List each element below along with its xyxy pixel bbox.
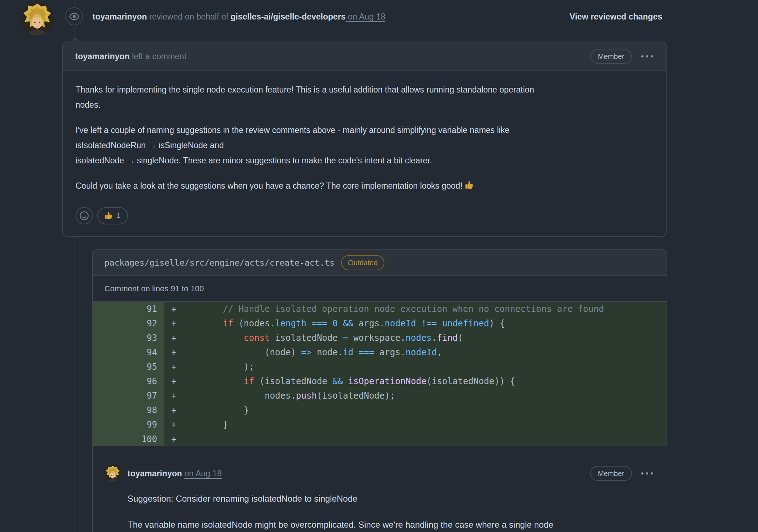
reviewer-name[interactable]: toyamarinyon xyxy=(92,12,147,22)
diff-addition-sign: + xyxy=(171,345,202,360)
diff-line-number[interactable]: 99 xyxy=(93,417,164,432)
diff-line-number[interactable]: 96 xyxy=(93,374,164,389)
member-badge: Member xyxy=(590,466,632,481)
thread-comment: toyamarinyon on Aug 18 Member Suggestion… xyxy=(93,446,667,532)
view-reviewed-changes-link[interactable]: View reviewed changes xyxy=(569,0,662,33)
diff-row: 97+ nodes.push(isolatedNode); xyxy=(93,389,667,403)
outdated-badge: Outdated xyxy=(341,255,384,270)
diff-line-number[interactable]: 92 xyxy=(93,316,164,331)
comment-action-text: left a comment xyxy=(130,52,186,61)
diff-line-number[interactable]: 98 xyxy=(93,403,164,417)
thumbs-up-emoji xyxy=(465,180,474,189)
review-event-badge xyxy=(65,7,83,25)
review-comment-card: toyamarinyon left a comment Member Thank… xyxy=(62,42,667,237)
comment-author[interactable]: toyamarinyon xyxy=(75,52,130,61)
diff-code-line: + } xyxy=(164,417,667,432)
diff-code-line: + (node) => node.id === args.nodeId, xyxy=(164,345,667,360)
diff-line-number[interactable]: 97 xyxy=(93,389,164,403)
diff-addition-sign: + xyxy=(171,360,202,374)
diff-addition-sign: + xyxy=(171,389,202,403)
reactions-row: 1 xyxy=(76,207,638,224)
diff-row: 99+ } xyxy=(93,417,667,432)
smiley-icon xyxy=(79,211,89,221)
diff-line-number[interactable]: 95 xyxy=(93,360,164,374)
commenter-name[interactable]: toyamarinyon xyxy=(128,469,182,479)
diff-code-line: + if (nodes.length === 0 && args.nodeId … xyxy=(164,316,667,331)
thumbs-up-reaction-button[interactable]: 1 xyxy=(97,207,128,224)
avatar-illustration xyxy=(21,2,54,35)
diff-row: 96+ if (isolatedNode && isOperationNode(… xyxy=(93,374,667,389)
kebab-menu-button[interactable] xyxy=(641,470,654,477)
diff-line-number[interactable]: 100 xyxy=(93,432,164,446)
diff-row: 93+ const isolatedNode = workspace.nodes… xyxy=(93,331,667,345)
eye-icon xyxy=(69,12,79,21)
diff-addition-sign: + xyxy=(171,331,202,345)
diff-row: 94+ (node) => node.id === args.nodeId, xyxy=(93,345,667,360)
kebab-menu-button[interactable] xyxy=(641,53,654,60)
diff-code-line: + // Handle isolated operation node exec… xyxy=(164,302,667,316)
reviewer-avatar[interactable] xyxy=(21,2,54,35)
diff-addition-sign: + xyxy=(171,417,202,432)
review-thread-card: packages/giselle/src/engine/acts/create-… xyxy=(92,249,667,532)
comment-date-link[interactable]: on Aug 18 xyxy=(184,469,222,479)
avatar-illustration xyxy=(104,465,121,482)
review-action-text: reviewed on behalf of xyxy=(147,12,231,22)
diff-line-number[interactable]: 94 xyxy=(93,345,164,360)
suggestion-title: Suggestion: Consider renaming isolatedNo… xyxy=(128,491,654,506)
suggestion-body: The variable name isolatedNode might be … xyxy=(128,517,654,532)
org-repo-name[interactable]: giselles-ai/giselle-developers xyxy=(231,12,345,22)
diff-code-line: + const isolatedNode = workspace.nodes.f… xyxy=(164,331,667,345)
commenter-avatar[interactable] xyxy=(104,465,121,482)
diff-row: 100+ xyxy=(93,432,667,446)
comment-card-header: toyamarinyon left a comment Member xyxy=(63,42,666,71)
comment-paragraph: I've left a couple of naming suggestions… xyxy=(76,123,638,168)
diff-code-line: + } xyxy=(164,403,667,417)
pr-review-timeline: toyamarinyon reviewed on behalf of gisel… xyxy=(0,0,758,532)
diff-row: 98+ } xyxy=(93,403,667,417)
diff-line-number[interactable]: 91 xyxy=(93,302,164,316)
review-date-link[interactable]: on Aug 18 xyxy=(346,12,386,22)
diff-code-line: + if (isolatedNode && isOperationNode(is… xyxy=(164,374,667,389)
diff-code-line: + xyxy=(164,432,667,446)
comment-body: Thanks for implementing the single node … xyxy=(63,71,666,224)
thread-comment-header: toyamarinyon on Aug 18 Member xyxy=(128,465,654,482)
comment-lines-context: Comment on lines 91 to 100 xyxy=(93,276,667,302)
diff-line-number[interactable]: 93 xyxy=(93,331,164,345)
comment-paragraph: Thanks for implementing the single node … xyxy=(76,82,638,112)
diff-addition-sign: + xyxy=(171,374,202,389)
file-path-link[interactable]: packages/giselle/src/engine/acts/create-… xyxy=(104,258,335,267)
thumbs-up-icon xyxy=(104,211,113,220)
review-event-text: toyamarinyon reviewed on behalf of gisel… xyxy=(92,0,386,33)
file-header: packages/giselle/src/engine/acts/create-… xyxy=(93,250,667,276)
diff-addition-sign: + xyxy=(171,432,202,446)
diff-addition-sign: + xyxy=(171,302,202,316)
diff-code-line: + nodes.push(isolatedNode); xyxy=(164,389,667,403)
diff-row: 92+ if (nodes.length === 0 && args.nodeI… xyxy=(93,316,667,331)
member-badge: Member xyxy=(590,49,632,64)
add-reaction-button[interactable] xyxy=(76,207,93,224)
comment-paragraph: Could you take a look at the suggestions… xyxy=(76,178,638,193)
diff-code-line: + ); xyxy=(164,360,667,374)
diff-row: 91+ // Handle isolated operation node ex… xyxy=(93,302,667,316)
diff-row: 95+ ); xyxy=(93,360,667,374)
reaction-count: 1 xyxy=(117,208,121,223)
diff-addition-sign: + xyxy=(171,316,202,331)
diff-addition-sign: + xyxy=(171,403,202,417)
diff-block: 91+ // Handle isolated operation node ex… xyxy=(93,302,667,446)
